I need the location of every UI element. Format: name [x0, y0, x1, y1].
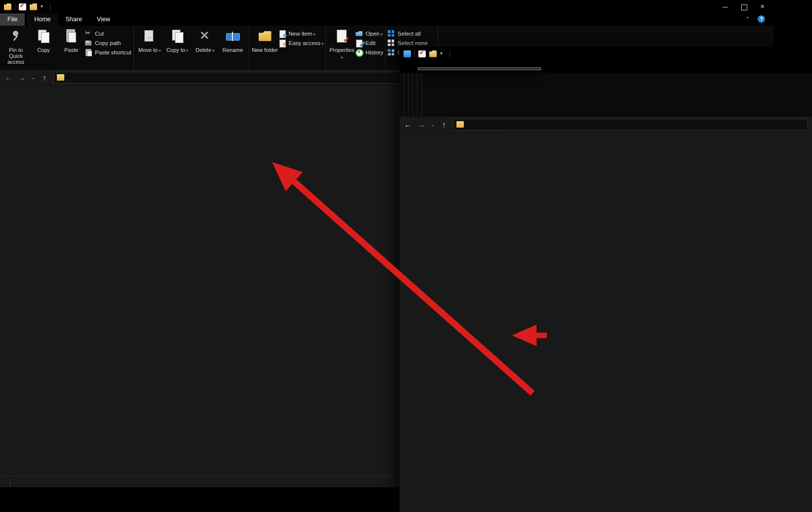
up-icon[interactable]: ↑	[40, 73, 49, 82]
ribbon-button-icon	[334, 29, 349, 44]
ribbon-group-clipboard: Pin to Quick accessCopyPaste CutCopy pat…	[0, 26, 134, 70]
ribbon-small-icon	[356, 49, 363, 56]
ribbon-small-icon	[85, 49, 92, 56]
ribbon-button[interactable]: Move to	[136, 27, 164, 54]
folder-icon	[4, 3, 11, 10]
app-icon	[404, 50, 411, 57]
ribbon-small-button[interactable]: Open	[356, 30, 383, 37]
ribbon-button-icon	[8, 29, 23, 44]
ribbon-tab[interactable]: Share	[58, 13, 90, 26]
maximize-button[interactable]	[741, 4, 747, 10]
ribbon-button-icon	[226, 29, 240, 44]
ribbon-small-icon	[356, 40, 363, 47]
ribbon-group-new: New folder New itemEasy access	[249, 26, 326, 70]
ribbon-small-icon	[279, 30, 286, 37]
ribbon-button[interactable]: Pin to Quick access	[2, 27, 30, 65]
ribbon-group-open: Properties OpenEditHistory	[326, 26, 386, 70]
ribbon	[400, 73, 812, 117]
ribbon-button[interactable]: New folder	[251, 27, 279, 53]
ribbon-small-button[interactable]: New item	[279, 30, 324, 37]
back-icon[interactable]: ←	[4, 73, 13, 82]
minimize-button[interactable]	[722, 4, 728, 10]
ribbon-small-icon	[356, 30, 363, 37]
ribbon-button[interactable]: Copy	[30, 27, 57, 65]
folder-icon	[456, 121, 464, 128]
folder-icon[interactable]	[429, 50, 437, 57]
history-chevron-icon[interactable]: ⌄	[31, 75, 36, 80]
divider	[50, 3, 50, 10]
context-menu	[418, 67, 541, 70]
ribbon-small-button[interactable]: Select all	[388, 30, 436, 37]
ribbon-group-clipboard	[400, 73, 404, 117]
ribbon-button-icon	[142, 29, 157, 44]
ribbon-group-new	[408, 73, 413, 117]
titlebar	[400, 47, 812, 60]
ribbon-small-icon	[279, 40, 286, 47]
checkbox-app-icon[interactable]	[19, 3, 26, 10]
breadcrumb[interactable]	[453, 119, 808, 131]
ribbon-button-icon	[36, 29, 51, 44]
collapse-ribbon-icon[interactable]: ⌃	[745, 16, 750, 22]
folder-icon[interactable]	[30, 3, 37, 10]
ribbon-small-icon	[388, 40, 395, 47]
up-icon[interactable]: ↑	[440, 120, 449, 129]
ribbon-button[interactable]: Paste	[57, 27, 85, 65]
ribbon-group-organise: Move toCopy toDeleteRename	[134, 26, 249, 70]
ribbon-group-organise	[404, 73, 408, 117]
divider	[10, 479, 10, 485]
forward-icon[interactable]: →	[417, 120, 426, 129]
history-chevron-icon[interactable]: ⌄	[430, 122, 435, 127]
ribbon-button-icon	[258, 29, 272, 44]
titlebar	[0, 0, 774, 13]
back-icon[interactable]: ←	[404, 120, 412, 129]
divider	[15, 3, 15, 10]
chevron-down-icon[interactable]	[440, 50, 446, 57]
ribbon-button[interactable]: Rename	[219, 27, 247, 54]
file-grid	[400, 132, 812, 512]
ribbon-tabs: FileHomeShareView ⌃ ?	[0, 13, 774, 26]
ribbon-small-icon	[388, 49, 395, 56]
ribbon-button-icon	[198, 29, 213, 44]
ribbon-small-button[interactable]: Select none	[388, 40, 436, 47]
divider	[450, 50, 450, 57]
ribbon-tab[interactable]: Home	[27, 13, 58, 26]
address-bar: ← → ⌄ ↑	[400, 117, 812, 133]
ribbon-group-select	[417, 73, 422, 117]
ribbon-button-icon	[64, 29, 79, 44]
checkbox-app-icon[interactable]	[418, 50, 426, 57]
ribbon-tab[interactable]: View	[90, 13, 118, 26]
ribbon-tab[interactable]: File	[0, 13, 25, 26]
divider	[414, 50, 415, 57]
ribbon-small-button[interactable]: Copy path	[85, 40, 132, 47]
ribbon-small-button[interactable]: History	[356, 49, 383, 56]
chevron-down-icon[interactable]	[41, 3, 46, 10]
ribbon-small-button[interactable]: Edit	[356, 40, 383, 47]
ribbon-small-icon	[85, 30, 92, 37]
forward-icon[interactable]: →	[17, 73, 26, 82]
help-icon[interactable]: ?	[758, 15, 765, 23]
ribbon-tabs	[400, 60, 812, 73]
ribbon-small-icon	[85, 40, 92, 47]
ribbon-button-icon	[170, 29, 185, 44]
ribbon-small-button[interactable]: Paste shortcut	[85, 49, 132, 56]
ribbon-button[interactable]: Delete	[191, 27, 219, 54]
ribbon-button[interactable]: Copy to	[164, 27, 191, 54]
close-button[interactable]	[760, 4, 766, 10]
ribbon-small-button[interactable]: Cut	[85, 30, 132, 37]
ribbon-group-open	[413, 73, 417, 117]
folder-icon	[57, 74, 64, 81]
ribbon-small-button[interactable]: Easy access	[279, 40, 324, 47]
explorer-window-desktop: ← → ⌄ ↑	[400, 47, 812, 512]
ribbon-small-icon	[388, 30, 395, 37]
ribbon-button[interactable]: Properties	[328, 27, 356, 61]
navigation-pane	[0, 86, 112, 476]
